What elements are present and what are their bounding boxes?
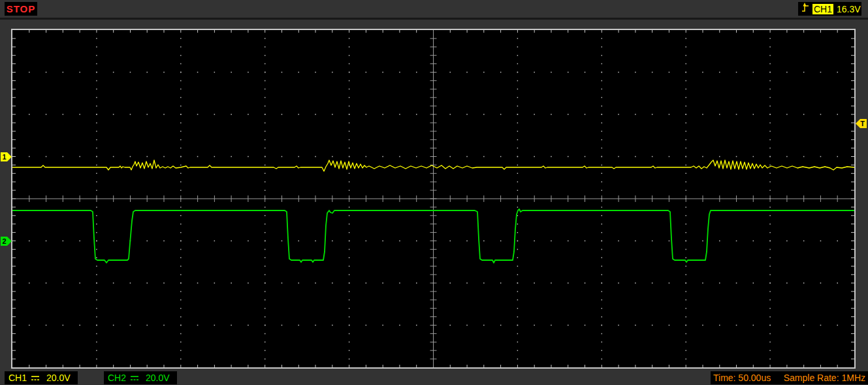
time-per-div-value: Time: 50.00us bbox=[713, 373, 771, 383]
ch2-scale-value: 20.0V bbox=[146, 373, 170, 383]
ch1-settings-box[interactable]: CH1 20.0V bbox=[5, 371, 78, 384]
timebase-readout: Time: 50.00us Sample Rate: 1MHz bbox=[711, 371, 868, 384]
ch2-settings-box[interactable]: CH2 20.0V bbox=[104, 371, 177, 384]
dc-coupling-icon bbox=[130, 375, 139, 381]
scope-display bbox=[0, 0, 868, 385]
trigger-level-marker[interactable]: T bbox=[856, 119, 867, 128]
ch2-position-marker[interactable]: 2 bbox=[1, 237, 12, 246]
ch1-label: CH1 bbox=[8, 373, 27, 383]
ch1-marker-label: 1 bbox=[2, 153, 6, 161]
ch2-label: CH2 bbox=[108, 373, 126, 383]
ch2-marker-label: 2 bbox=[2, 237, 6, 245]
dc-coupling-icon bbox=[31, 375, 40, 381]
ch1-scale-value: 20.0V bbox=[46, 373, 71, 383]
trigger-marker-label: T bbox=[860, 120, 865, 127]
ch1-position-marker[interactable]: 1 bbox=[1, 152, 12, 161]
bottom-status-bar: CH1 20.0V CH2 20.0V Time: 50.00us Sample… bbox=[0, 369, 868, 385]
sample-rate-value: Sample Rate: 1MHz bbox=[784, 373, 865, 383]
